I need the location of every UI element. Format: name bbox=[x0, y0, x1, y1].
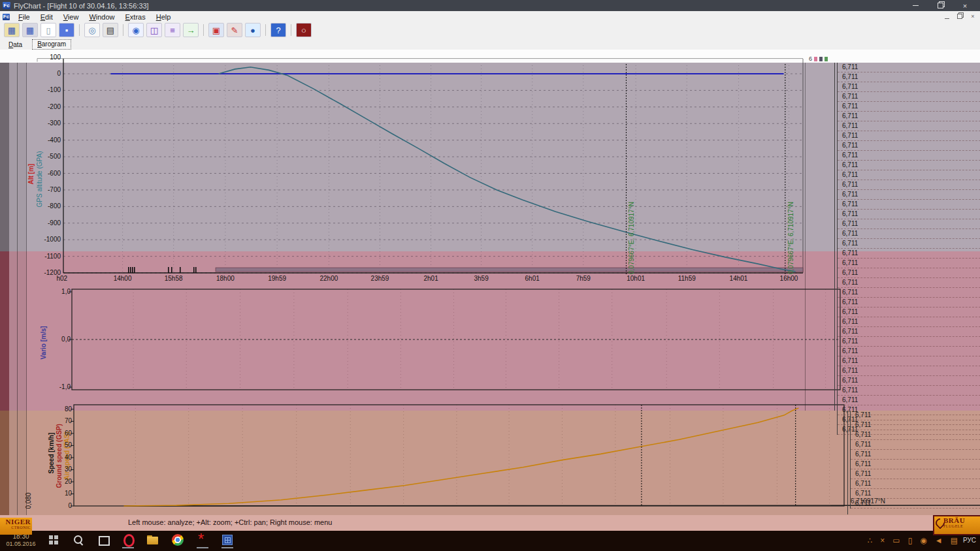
blue-app-icon[interactable] bbox=[221, 533, 234, 546]
battery-icon[interactable]: ▯ bbox=[908, 535, 913, 546]
opera-icon[interactable] bbox=[122, 533, 135, 546]
menu-edit[interactable]: Edit bbox=[35, 12, 58, 22]
restore-button[interactable] bbox=[928, 0, 953, 11]
time-x-tick: h02 bbox=[42, 275, 82, 282]
menu-window[interactable]: Window bbox=[84, 12, 120, 22]
zoom-flight-icon[interactable]: ◉ bbox=[128, 23, 144, 37]
tab-data[interactable]: Data bbox=[4, 40, 27, 50]
data-row-value: 6,711 bbox=[838, 161, 980, 170]
red-app-icon[interactable] bbox=[196, 533, 209, 546]
altitude-y-tick: -600 bbox=[28, 170, 61, 177]
speed-y-tick: 50 bbox=[39, 441, 72, 449]
time-x-tick: 6h01 bbox=[513, 275, 552, 282]
coordinate-readout: 6,710917°N bbox=[851, 497, 885, 505]
data-row-value: 6,711 bbox=[838, 200, 980, 210]
display-icon[interactable]: ▭ bbox=[892, 535, 900, 546]
save-icon[interactable]: ▪ bbox=[59, 23, 74, 37]
toolbar-separator bbox=[265, 24, 266, 36]
time-x-tick: 14h00 bbox=[103, 275, 142, 282]
minimize-glyph bbox=[913, 5, 919, 6]
data-row-value: 6,711 bbox=[838, 63, 980, 72]
file-explorer-icon[interactable] bbox=[146, 533, 159, 546]
taskbar-clock[interactable]: 18:30 01.05.2016 bbox=[4, 533, 38, 548]
barogram-charts[interactable] bbox=[0, 55, 980, 516]
data-row-value: 6,711 bbox=[838, 268, 980, 278]
opera-tray-icon[interactable]: ◉ bbox=[920, 535, 926, 546]
data-row-value: 6,711 bbox=[838, 356, 980, 366]
menu-view[interactable]: View bbox=[58, 12, 84, 22]
taskbar-apps bbox=[47, 533, 234, 546]
new-flight-icon[interactable]: ▯ bbox=[41, 23, 56, 37]
data-row-value: 6,711 bbox=[838, 307, 980, 317]
close-button[interactable]: × bbox=[968, 12, 977, 20]
action-center-icon[interactable]: ▤ bbox=[951, 535, 958, 546]
tray-close-icon[interactable]: × bbox=[880, 535, 885, 546]
read-device-icon[interactable]: ▦ bbox=[22, 23, 38, 37]
google-earth-icon[interactable]: ● bbox=[245, 23, 261, 37]
data-row-value: 6,711 bbox=[851, 469, 980, 479]
data-row-value: 6,711 bbox=[851, 411, 980, 420]
language-indicator[interactable]: РУС bbox=[963, 537, 976, 544]
window-controls: × bbox=[903, 0, 977, 11]
mdi-child-icon[interactable]: Fc bbox=[3, 14, 10, 20]
exit-icon[interactable]: ○ bbox=[296, 23, 312, 37]
close-button[interactable]: × bbox=[953, 0, 977, 11]
view-tabs: DataBarogram bbox=[0, 38, 980, 50]
menu-help[interactable]: Help bbox=[151, 12, 176, 22]
altitude-y-tick: -400 bbox=[28, 136, 61, 144]
print-preview-icon-glyph: ◎ bbox=[88, 26, 95, 35]
minimize-button[interactable] bbox=[942, 12, 951, 20]
data-column-upper[interactable]: 6,7116,7116,7116,7116,7116,7116,7116,711… bbox=[837, 63, 980, 435]
menu-extras[interactable]: Extras bbox=[120, 12, 151, 22]
google-earth-icon-glyph: ● bbox=[250, 26, 255, 35]
status-hint-text: Left mouse: analyze; +Alt: zoom; +Ctrl: … bbox=[128, 518, 332, 526]
toolbar-separator bbox=[203, 24, 204, 36]
speed-y-tick: 10 bbox=[39, 490, 72, 497]
help-icon-glyph: ? bbox=[276, 26, 280, 35]
altitude-y-tick: 0 bbox=[28, 70, 61, 77]
restore-button[interactable] bbox=[955, 12, 964, 20]
data-row-value: 6,711 bbox=[838, 239, 980, 249]
system-tray: ∴×▭▯◉◄▤ bbox=[868, 535, 958, 546]
altitude-y-tick: -500 bbox=[28, 153, 61, 160]
brauniger-logo-left: NIGER CTRONIC bbox=[0, 518, 32, 535]
open-flight-database-icon[interactable]: ▦ bbox=[4, 23, 20, 37]
altitude-y-tick: -700 bbox=[28, 186, 61, 193]
chrome-icon[interactable] bbox=[171, 533, 184, 546]
time-x-tick: 15h58 bbox=[154, 275, 193, 282]
volume-icon[interactable]: ◄ bbox=[935, 535, 943, 546]
vario-y-tick: 1,0 bbox=[38, 288, 71, 295]
start-button[interactable] bbox=[47, 533, 60, 546]
data-row-value: 6,711 bbox=[838, 376, 980, 386]
data-row-value: 6,711 bbox=[838, 190, 980, 200]
toolbar-separator bbox=[79, 24, 80, 36]
minimize-button[interactable] bbox=[903, 0, 928, 11]
window-title: FlyChart - [Flight 10 of 30.04.16, 13:56… bbox=[14, 2, 149, 10]
data-row-value: 6,711 bbox=[851, 440, 980, 450]
data-row-value: 6,711 bbox=[838, 121, 980, 131]
data-row-value: 6,711 bbox=[838, 219, 980, 229]
task-view-icon[interactable] bbox=[97, 533, 110, 546]
hidden-icons[interactable]: ∴ bbox=[868, 535, 873, 546]
menu-file[interactable]: File bbox=[13, 12, 35, 22]
time-x-tick: 7h59 bbox=[564, 275, 603, 282]
altitude-y-tick: -1100 bbox=[28, 253, 61, 260]
cascade-windows-icon[interactable]: ◫ bbox=[146, 23, 162, 37]
data-row-value: 6,711 bbox=[838, 180, 980, 190]
toolbar: ▦▦▯▪◎▤◉◫≡→▣✎●?○ bbox=[0, 22, 980, 39]
export-flight-icon[interactable]: → bbox=[183, 23, 199, 37]
device-edit-icon[interactable]: ✎ bbox=[227, 23, 242, 37]
print-preview-icon[interactable]: ◎ bbox=[84, 23, 100, 37]
analyze-screen-icon[interactable]: ▣ bbox=[208, 23, 224, 37]
menu-bar: Fc FileEditViewWindowExtrasHelp bbox=[0, 11, 980, 23]
zoom-flight-icon-glyph: ◉ bbox=[132, 26, 139, 35]
time-x-tick: 3h59 bbox=[462, 275, 501, 282]
tile-windows-icon[interactable]: ≡ bbox=[165, 23, 180, 37]
data-row-value: 6,711 bbox=[838, 141, 980, 151]
search-icon[interactable] bbox=[72, 533, 85, 546]
logo-text: BRÄU bbox=[943, 516, 980, 524]
print-icon[interactable]: ▤ bbox=[103, 23, 118, 37]
tab-barogram[interactable]: Barogram bbox=[32, 39, 71, 50]
help-icon[interactable]: ? bbox=[270, 23, 286, 37]
data-column-lower[interactable]: 6,7116,7116,7116,7116,7116,7116,7116,711… bbox=[850, 411, 980, 509]
